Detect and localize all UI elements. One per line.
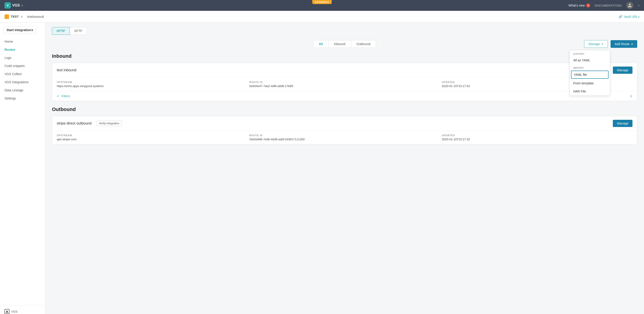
add-route-chevron-icon: ∨: [631, 42, 633, 46]
sandbox-badge: SANDBOX: [312, 0, 332, 4]
user-avatar[interactable]: [626, 2, 634, 9]
vault-label: TEST ∨: [4, 14, 22, 19]
start-integration-chevron-icon: ∨: [31, 28, 33, 32]
outbound-upstream-value: api\.stripe\.com: [57, 138, 248, 141]
vault-color-indicator: [4, 14, 9, 19]
vault-name: TEST: [11, 15, 19, 18]
vault-urls-label: Vault URLs: [624, 15, 640, 18]
manage-label: Manage: [588, 42, 600, 46]
export-section-label: EXPORT: [570, 50, 610, 56]
sidebar-item-vgs-integrations[interactable]: VGS Integrations: [0, 78, 45, 86]
vault-urls-link[interactable]: 🔗 Vault URLs: [618, 15, 640, 18]
filter-all-button[interactable]: All: [314, 40, 328, 48]
outbound-section: Outbound stripe direct outbound Verify I…: [52, 107, 637, 144]
inbound-routeid-group: ROUTE ID 5e934e47-7da2-4df8-a8d6-17b85: [249, 81, 440, 88]
sidebar: Start Integration ∨ Home Routes Logs Cod…: [0, 22, 45, 314]
inbound-upstream-group: UPSTREAM https://echo.apps.verygood.syst…: [57, 81, 248, 88]
whats-new-label: What's new: [568, 3, 585, 7]
sidebar-item-settings[interactable]: Settings: [0, 94, 45, 102]
add-route-label: Add Route: [614, 42, 630, 46]
outbound-route-header: stripe direct outbound Verify Integratio…: [52, 116, 637, 131]
inbound-routeid-value: 5e934e47-7da2-4df8-a8d6-17b85: [249, 84, 440, 88]
sub-header: TEST ∨ tntelwzesu6 🔗 Vault URLs: [0, 11, 644, 22]
outbound-upstream-label: UPSTREAM: [57, 134, 248, 137]
inbound-upstream-label: UPSTREAM: [57, 81, 248, 83]
vault-urls-icon: 🔗: [618, 15, 622, 18]
filter-bar: All Inbound Outbound Manage ∨ Add Route …: [52, 40, 637, 48]
whats-new-button[interactable]: What's new 1: [568, 3, 590, 7]
import-section-label: IMPORT: [570, 64, 610, 70]
inbound-route-name: test inbound: [57, 68, 76, 72]
filters-label: Filters: [62, 94, 70, 98]
outbound-upstream-group: UPSTREAM api\.stripe\.com: [57, 134, 248, 141]
filters-check-icon: ✓: [57, 94, 60, 98]
filter-actions: Manage ∨ Add Route ∨: [584, 40, 637, 48]
outbound-route-details: UPSTREAM api\.stripe\.com ROUTE ID 33e5d…: [52, 131, 637, 144]
logo-chevron-icon[interactable]: ∨: [21, 4, 23, 7]
documentation-link[interactable]: DOCUMENTATION: [595, 4, 622, 7]
inbound-route-card: test inbound Manage UPSTREAM https://ech…: [52, 63, 637, 101]
outbound-routeid-group: ROUTE ID 33e5d499-7e0b-4d38-aa5f-0336171…: [249, 134, 440, 141]
filter-inbound-button[interactable]: Inbound: [328, 40, 351, 48]
verify-integration-badge[interactable]: Verify Integration: [96, 121, 122, 126]
inbound-title: Inbound: [52, 53, 637, 59]
user-chevron-icon[interactable]: ∨: [638, 4, 640, 7]
vgs-bottom-logo-icon: [4, 309, 10, 314]
inbound-route-header: test inbound Manage: [52, 63, 637, 78]
inbound-upstream-value: https://echo.apps.verygood.systems: [57, 84, 248, 88]
outbound-route-name-group: stripe direct outbound Verify Integratio…: [57, 121, 122, 126]
dropdown-har-file[interactable]: HAR File: [570, 87, 610, 95]
protocol-tabs: HTTP SFTP: [52, 27, 637, 35]
top-nav-right: What's new 1 DOCUMENTATION ∨: [568, 2, 640, 9]
outbound-routeid-label: ROUTE ID: [249, 134, 440, 137]
outbound-route-name: stripe direct outbound: [57, 121, 92, 125]
dropdown-all-as-yaml[interactable]: All as YAML: [570, 56, 610, 64]
sidebar-nav: Home Routes Logs Code snippets VGS Colle…: [0, 37, 45, 102]
sidebar-bottom: VGS: [0, 305, 45, 314]
outbound-updated-label: UPDATED: [442, 134, 632, 137]
sidebar-item-logs[interactable]: Logs: [0, 54, 45, 62]
manage-dropdown-menu: EXPORT All as YAML IMPORT YAML file From…: [570, 50, 610, 96]
filter-buttons-group: All Inbound Outbound: [313, 40, 376, 48]
sidebar-item-home[interactable]: Home: [0, 37, 45, 46]
inbound-route-footer: ✓ Filters ∨: [52, 91, 637, 101]
start-integration-button[interactable]: Start Integration ∨: [3, 26, 36, 34]
manage-chevron-icon: ∨: [601, 42, 604, 46]
whats-new-badge: 1: [586, 3, 590, 7]
outbound-updated-value: 2020-01-10T15:17:32: [442, 138, 632, 141]
logo-icon: V: [4, 2, 11, 8]
main-layout: Start Integration ∨ Home Routes Logs Cod…: [0, 22, 644, 314]
dropdown-from-template[interactable]: From template: [570, 79, 610, 87]
sidebar-item-vgs-collect[interactable]: VGS Collect: [0, 70, 45, 78]
manage-button[interactable]: Manage ∨: [584, 40, 608, 48]
top-nav: V VGS ∨ SANDBOX What's new 1 DOCUMENTATI…: [0, 0, 644, 11]
add-route-button[interactable]: Add Route ∨: [610, 40, 637, 48]
outbound-updated-group: UPDATED 2020-01-10T15:17:32: [442, 134, 632, 141]
sidebar-nav-section: Start Integration ∨ Home Routes Logs Cod…: [0, 26, 45, 305]
start-integration-label: Start Integration: [6, 28, 31, 32]
main-content: HTTP SFTP All Inbound Outbound Manage ∨ …: [45, 22, 644, 314]
outbound-title: Outbound: [52, 107, 637, 112]
inbound-routeid-label: ROUTE ID: [249, 81, 440, 83]
vault-chevron-icon[interactable]: ∨: [20, 15, 22, 18]
inbound-expand-icon[interactable]: ∨: [630, 94, 632, 98]
inbound-section: Inbound test inbound Manage UPSTREAM htt…: [52, 53, 637, 101]
inbound-route-details: UPSTREAM https://echo.apps.verygood.syst…: [52, 78, 637, 91]
sidebar-item-routes[interactable]: Routes: [0, 46, 45, 54]
tab-http[interactable]: HTTP: [52, 27, 70, 35]
vgs-bottom-label: VGS: [11, 310, 18, 313]
logo[interactable]: V VGS ∨: [4, 2, 23, 8]
outbound-routeid-value: 33e5d499-7e0b-4d38-aa5f-033617111260: [249, 138, 440, 141]
sidebar-wrapper: Start Integration ∨ Home Routes Logs Cod…: [0, 26, 45, 314]
vault-id: tntelwzesu6: [27, 15, 44, 18]
outbound-manage-button[interactable]: Manage: [613, 120, 632, 127]
tab-sftp[interactable]: SFTP: [70, 27, 87, 35]
inbound-manage-button[interactable]: Manage: [613, 67, 632, 74]
logo-text: VGS: [12, 3, 20, 7]
dropdown-yaml-file[interactable]: YAML file: [571, 71, 608, 79]
sidebar-item-code-snippets[interactable]: Code snippets: [0, 62, 45, 70]
inbound-filters-indicator: ✓ Filters: [57, 94, 70, 98]
filter-outbound-button[interactable]: Outbound: [351, 40, 376, 48]
svg-marker-0: [6, 310, 8, 313]
sidebar-item-data-lineage[interactable]: Data Lineage: [0, 86, 45, 94]
